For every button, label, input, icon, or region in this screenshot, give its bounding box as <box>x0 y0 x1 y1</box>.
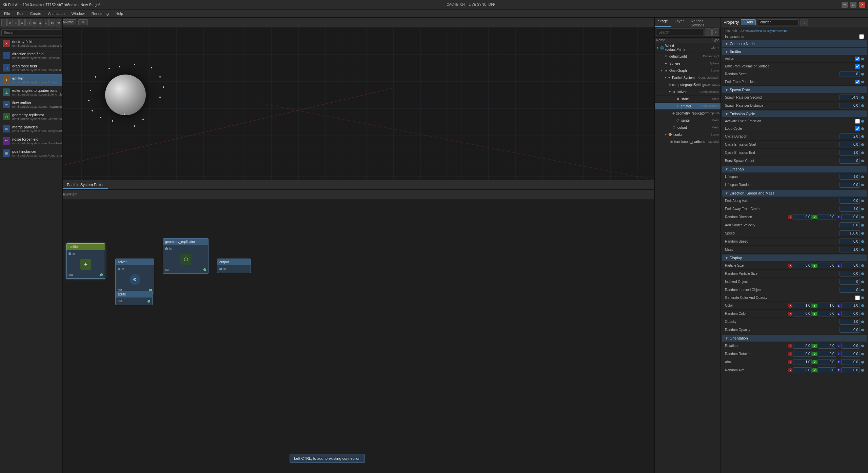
pe-node-emitter[interactable]: emitter in ✦ out <box>66 243 105 279</box>
stage-search-options-button[interactable]: ⋮ <box>705 28 712 36</box>
prop-rrot-x-input[interactable] <box>793 351 812 357</box>
tree-item-solver[interactable]: ▼ ◆ solver ComputeNode <box>655 88 721 96</box>
sidebar-tool-3[interactable]: ⊕ <box>14 19 19 26</box>
pe-node-output[interactable]: output in <box>217 259 251 273</box>
menu-animation[interactable]: Animation <box>45 11 67 16</box>
prop-options-button[interactable]: ⋮ <box>801 19 808 26</box>
tree-item-looks[interactable]: ▼ 🎨 Looks Scope <box>655 131 721 138</box>
pe-port-emitter-out-dot[interactable] <box>100 273 103 276</box>
prop-add-source-velocity-input[interactable] <box>840 222 860 228</box>
viewport-eye-button[interactable]: 👁 <box>78 19 88 25</box>
node-item-direction-force-field[interactable]: → direction force field omni.particle.sy… <box>0 50 62 62</box>
sidebar-tool-5[interactable]: ⬡ <box>25 19 31 26</box>
menu-window[interactable]: Window <box>69 11 87 16</box>
pe-port-gr-out-dot[interactable] <box>203 268 206 271</box>
prop-indexed-object-input[interactable] <box>840 279 860 285</box>
stage-tab-stage[interactable]: Stage <box>655 18 671 27</box>
tree-item-world--defaultprim-[interactable]: ▼ 🌐 World (defaultPrim) Xform <box>655 43 721 53</box>
pe-node-geometry-replicator[interactable]: geometry_replicator in ⬡ out <box>163 238 209 274</box>
node-item-euler-angles[interactable]: ∠ euler angles to quaternions omni.parti… <box>0 86 62 99</box>
stage-tab-render-settings[interactable]: Render Settings <box>687 18 721 27</box>
titlebar-controls[interactable]: ─ □ ✕ <box>842 2 865 8</box>
tree-item-computegraphsettings[interactable]: ⚙ computegraphSettings ComputeGraphS <box>655 81 721 88</box>
stage-tab-layer[interactable]: Layer <box>671 18 688 27</box>
prop-burst-spawn-input[interactable] <box>840 158 860 164</box>
prop-opacity-input[interactable] <box>840 319 860 325</box>
pe-node-solver[interactable]: solver in ⚙ out <box>115 259 154 294</box>
sidebar-tool-9[interactable]: ⊠ <box>50 19 55 26</box>
prop-random-opacity-input[interactable] <box>840 327 860 333</box>
menu-rendering[interactable]: Rendering <box>89 11 112 16</box>
tree-item-particlesystem[interactable]: ▼ ✦ ParticleSystem ComputeGraph <box>655 74 721 81</box>
prop-activate-cycle-checkbox[interactable] <box>855 119 860 124</box>
pe-port-gr-in-dot[interactable] <box>165 247 168 250</box>
prop-raim-z-input[interactable] <box>841 367 860 373</box>
prop-section-orientation-header[interactable]: ▼ Orientation <box>722 335 867 342</box>
prop-rot-y-input[interactable] <box>817 343 836 349</box>
prop-emit-away-center-input[interactable] <box>840 206 860 212</box>
sidebar-tool-8[interactable]: ▽ <box>44 19 49 26</box>
tree-item-geometry-replicator[interactable]: ◆ geometry_replicator ComputeNode <box>655 110 721 117</box>
prop-lifespan-random-input[interactable] <box>840 182 860 188</box>
prop-rot-x-input[interactable] <box>793 343 812 349</box>
prop-random-particle-size-input[interactable] <box>840 271 860 276</box>
tree-item-sphere[interactable]: ● Sphere Sphere <box>655 60 721 67</box>
prop-section-emitter-header[interactable]: ▼ Emitter <box>722 48 867 55</box>
tree-item-defaultlight[interactable]: ☀ defaultLight DistantLight <box>655 53 721 60</box>
prop-emit-along-axis-input[interactable] <box>840 198 860 204</box>
sidebar-tool-7[interactable]: ◈ <box>38 19 43 26</box>
sidebar-tool-4[interactable]: ≡ <box>19 19 25 26</box>
prop-section-compute-node-header[interactable]: ▼ Compute Node <box>722 40 867 47</box>
prop-rc-x-input[interactable] <box>793 311 812 316</box>
stage-search-input[interactable] <box>656 28 704 36</box>
prop-ps-z-input[interactable] <box>841 263 860 268</box>
sidebar-tool-2[interactable]: ✕ <box>7 19 13 26</box>
tree-item-emitter[interactable]: ✦ emitter ComputeNode <box>655 103 721 110</box>
prop-color-y-input[interactable] <box>817 303 836 308</box>
prop-color-z-input[interactable] <box>841 303 860 308</box>
maximize-button[interactable]: □ <box>850 2 856 8</box>
prop-aim-x-input[interactable] <box>793 359 812 365</box>
prop-cycle-end-input[interactable] <box>840 150 860 156</box>
prop-rd-x-input[interactable] <box>793 214 812 220</box>
node-item-emitter[interactable]: ✦ emitter omni.particle.system.core.Emit… <box>0 74 62 86</box>
tab-particle-system-editor[interactable]: Particle System Editor <box>63 181 107 189</box>
close-button[interactable]: ✕ <box>859 2 865 8</box>
prop-section-lifespan-header[interactable]: ▼ Lifespan <box>722 166 867 173</box>
sidebar-tool-10[interactable]: ⟲ <box>56 19 61 26</box>
prop-active-checkbox[interactable] <box>855 57 860 61</box>
sidebar-search-input[interactable] <box>1 29 61 36</box>
pe-port-emitter-in-dot[interactable] <box>68 252 71 255</box>
node-item-drag-force-field[interactable]: ⊸ drag force field omni.particle.system.… <box>0 62 62 74</box>
prop-random-speed-input[interactable] <box>840 239 860 244</box>
prop-cycle-duration-input[interactable] <box>840 133 860 139</box>
prop-loop-cycle-checkbox[interactable] <box>855 126 860 131</box>
minimize-button[interactable]: ─ <box>842 2 848 8</box>
menu-file[interactable]: File <box>1 11 13 16</box>
prop-instanceable-checkbox[interactable] <box>859 34 864 39</box>
prop-add-button[interactable]: + Add <box>741 19 756 25</box>
prop-generate-color-checkbox[interactable] <box>855 295 860 300</box>
tree-item-sprite[interactable]: ⬡ sprite Mesh <box>655 117 721 124</box>
pe-node-sprite[interactable]: sprite out <box>115 291 153 305</box>
prop-section-display-header[interactable]: ▼ Display <box>722 254 867 262</box>
menu-edit[interactable]: Edit <box>14 11 26 16</box>
prop-color-x-input[interactable] <box>793 303 812 308</box>
prop-cycle-start-input[interactable] <box>840 142 860 147</box>
prop-mass-input[interactable] <box>840 247 860 252</box>
pe-port-sprite-dot[interactable] <box>147 300 150 303</box>
tree-item-translucent-particles[interactable]: ▣ translucent_particles Material <box>655 138 721 145</box>
prop-speed-input[interactable] <box>840 230 860 236</box>
prop-rot-z-input[interactable] <box>841 343 860 349</box>
prop-rrot-y-input[interactable] <box>817 351 836 357</box>
menu-help[interactable]: Help <box>113 11 126 16</box>
node-item-geometry-replicator[interactable]: ⬡ geometry replicator omni.particle.syst… <box>0 111 62 123</box>
prop-spawn-per-distance-input[interactable] <box>840 103 860 108</box>
prop-ps-y-input[interactable] <box>817 263 836 268</box>
prop-random-seed-input[interactable] <box>840 71 860 77</box>
stage-filter-button[interactable]: ≡ <box>712 28 719 36</box>
prop-aim-y-input[interactable] <box>817 359 836 365</box>
node-item-flow-emitter[interactable]: ≋ flow emitter omni.particle.system.core… <box>0 99 62 111</box>
sidebar-tool-6[interactable]: ⊞ <box>32 19 37 26</box>
prop-rc-z-input[interactable] <box>841 311 860 316</box>
